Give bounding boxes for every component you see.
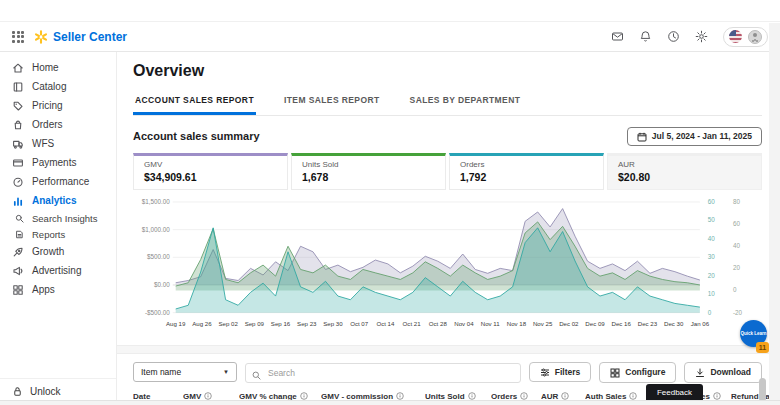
item-filter-select[interactable]: Item name ▼ (133, 362, 237, 382)
payments-icon (12, 157, 24, 169)
search-box (245, 362, 521, 383)
sidebar-item-label: Growth (32, 246, 64, 257)
date-range-label: Jul 5, 2024 - Jan 11, 2025 (652, 131, 752, 141)
svg-text:Jan 06: Jan 06 (691, 320, 710, 327)
spark-logo-icon (34, 30, 48, 44)
bell-icon[interactable] (639, 30, 652, 43)
svg-text:Nov 18: Nov 18 (507, 320, 527, 327)
lock-icon (12, 385, 23, 397)
metric-label: AUR (618, 160, 751, 169)
metric-label: GMV (144, 160, 277, 169)
sidebar-item-label: Advertising (32, 265, 81, 276)
search-icon (252, 366, 261, 384)
svg-text:30: 30 (708, 253, 716, 260)
sidebar-item-growth[interactable]: Growth (0, 242, 116, 261)
svg-text:Aug 26: Aug 26 (192, 320, 212, 327)
sidebar-item-analytics[interactable]: Analytics (0, 191, 116, 210)
metric-card-aur[interactable]: AUR$20.80 (607, 153, 762, 190)
summary-title: Account sales summary (133, 130, 260, 142)
sidebar-item-reports[interactable]: Reports (0, 226, 116, 242)
sidebar-item-pricing[interactable]: Pricing (0, 96, 116, 115)
svg-text:0: 0 (708, 308, 712, 315)
metric-card-orders[interactable]: Orders1,792 (449, 153, 604, 190)
quick-learn-badge: 11 (756, 342, 769, 353)
unlock-label: Unlock (30, 386, 61, 397)
tabs: ACCOUNT SALES REPORTITEM SALES REPORTSAL… (133, 90, 762, 116)
download-button[interactable]: Download (684, 362, 762, 383)
svg-text:Sep 09: Sep 09 (245, 320, 265, 327)
svg-text:$500.00: $500.00 (147, 253, 170, 260)
sidebar-item-label: Pricing (32, 100, 63, 111)
sidebar: HomeCatalogPricingOrdersWFSPaymentsPerfo… (0, 52, 117, 405)
locale-account-pill[interactable] (723, 27, 768, 47)
metric-label: Units Sold (302, 160, 435, 169)
metric-card-gmv[interactable]: GMV$34,909.61 (133, 153, 288, 190)
sidebar-item-orders[interactable]: Orders (0, 115, 116, 134)
filters-button[interactable]: Filters (529, 362, 592, 382)
configure-button[interactable]: Configure (599, 362, 676, 383)
search-input[interactable] (245, 363, 521, 383)
sidebar-item-wfs[interactable]: WFS (0, 134, 116, 153)
advertising-icon (12, 265, 24, 277)
svg-text:Nov 25: Nov 25 (533, 320, 553, 327)
metric-value: $34,909.61 (144, 171, 277, 183)
header-actions (611, 27, 768, 47)
sidebar-item-apps[interactable]: Apps (0, 280, 116, 299)
wfs-icon (12, 138, 24, 150)
sidebar-item-search-insights[interactable]: Search Insights (0, 210, 116, 226)
sidebar-footer[interactable]: Unlock (0, 378, 116, 397)
brand[interactable]: Seller Center (34, 30, 127, 44)
quick-learn-label: Quick Learn (740, 331, 766, 336)
summary-head: Account sales summary Jul 5, 2024 - Jan … (133, 127, 762, 146)
tab-account-sales-report[interactable]: ACCOUNT SALES REPORT (133, 90, 256, 115)
sidebar-item-advertising[interactable]: Advertising (0, 261, 116, 280)
tab-item-sales-report[interactable]: ITEM SALES REPORT (282, 90, 382, 115)
svg-text:-20: -20 (733, 308, 743, 315)
filters-icon (540, 367, 550, 377)
sidebar-item-payments[interactable]: Payments (0, 153, 116, 172)
browser-top-strip (0, 0, 780, 22)
sidebar-item-home[interactable]: Home (0, 58, 116, 77)
download-label: Download (710, 367, 751, 377)
sidebar-item-label: Catalog (32, 81, 66, 92)
metric-cards: GMV$34,909.61Units Sold1,678Orders1,792A… (133, 153, 762, 190)
table-toolbar: Item name ▼ Filters Configure (133, 362, 762, 383)
chart-area: $1,500.00$1,000.00$500.00$0.00-$500.0060… (133, 195, 762, 341)
svg-text:$1,500.00: $1,500.00 (142, 198, 171, 205)
svg-text:Oct 07: Oct 07 (350, 320, 369, 327)
pricing-icon (12, 100, 24, 112)
tab-sales-by-department[interactable]: SALES BY DEPARTMENT (408, 90, 523, 115)
svg-text:-$500.00: -$500.00 (145, 308, 170, 315)
sidebar-item-catalog[interactable]: Catalog (0, 77, 116, 96)
mail-icon[interactable] (611, 30, 624, 43)
settings-icon[interactable] (695, 30, 708, 43)
page-title: Overview (133, 62, 762, 80)
brand-name: Seller Center (53, 30, 127, 44)
section-divider (117, 345, 780, 354)
svg-text:Oct 21: Oct 21 (403, 320, 422, 327)
svg-text:Sep 30: Sep 30 (323, 320, 343, 327)
svg-text:Dec 30: Dec 30 (664, 320, 684, 327)
svg-text:Sep 02: Sep 02 (218, 320, 238, 327)
metric-card-units-sold[interactable]: Units Sold1,678 (291, 153, 446, 190)
svg-text:50: 50 (708, 216, 716, 223)
sidebar-item-label: Orders (32, 119, 63, 130)
sidebar-nav: HomeCatalogPricingOrdersWFSPaymentsPerfo… (0, 58, 116, 299)
sidebar-item-performance[interactable]: Performance (0, 172, 116, 191)
svg-text:10: 10 (708, 290, 716, 297)
svg-text:Nov 11: Nov 11 (481, 320, 501, 327)
metric-value: 1,678 (302, 171, 435, 183)
configure-label: Configure (625, 367, 665, 377)
date-range-button[interactable]: Jul 5, 2024 - Jan 11, 2025 (627, 127, 762, 146)
locale-flag (729, 30, 742, 43)
feedback-button[interactable]: Feedback (646, 384, 703, 400)
waffle-menu-icon[interactable] (12, 31, 24, 43)
content: Overview ACCOUNT SALES REPORTITEM SALES … (117, 52, 780, 405)
table-scrollbar-thumb[interactable] (759, 378, 766, 402)
svg-text:60: 60 (733, 220, 741, 227)
svg-text:Dec 23: Dec 23 (638, 320, 658, 327)
clock-icon[interactable] (667, 30, 680, 43)
svg-text:Oct 14: Oct 14 (376, 320, 395, 327)
page-scrollbar[interactable] (769, 23, 780, 405)
sales-chart[interactable]: $1,500.00$1,000.00$500.00$0.00-$500.0060… (133, 195, 762, 341)
